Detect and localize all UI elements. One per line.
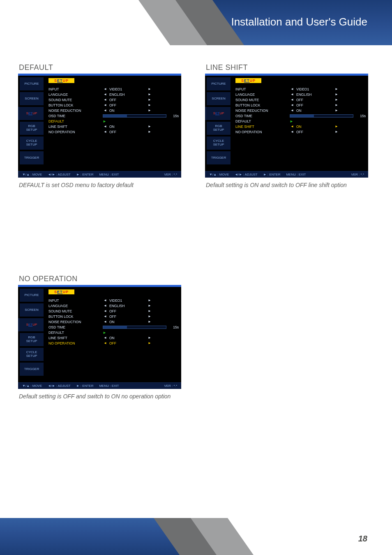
tab-trigger[interactable]: TRIGGER [20, 363, 44, 376]
section-noop: NO OPERATION PICTURESCREENSETUPRGBSETUPC… [18, 275, 187, 400]
tab-trigger[interactable]: TRIGGER [20, 151, 44, 164]
setup-pill: SETUP [48, 289, 74, 294]
page-footer: 18 [0, 518, 392, 555]
osd-tabs: PICTURESCREENSETUPRGBSETUPCYCLESETUPTRIG… [18, 76, 44, 171]
hint-menu: MENU : EXIT [99, 173, 119, 176]
osd-pane: SETUPINPUT◄VIDEO1►LANGUAGE◄ENGLISH►SOUND… [44, 76, 181, 171]
menu-item-input[interactable]: INPUT◄VIDEO1► [48, 298, 179, 303]
osd-footer: ▼/▲ : MOVE◄/► : ADJUST► : ENTERMENU : EX… [18, 171, 181, 178]
hint-menu: MENU : EXIT [99, 384, 119, 388]
osd-tabs: PICTURESCREENSETUPRGBSETUPCYCLESETUPTRIG… [18, 287, 44, 382]
menu-item-no_op[interactable]: NO OPERATION◄OFF► [235, 129, 366, 134]
hint-move: ▼/▲ : MOVE [22, 173, 42, 176]
menu-item-button_lock[interactable]: BUTTON LOCK◄OFF► [235, 102, 366, 108]
osd-footer: ▼/▲ : MOVE◄/► : ADJUST► : ENTERMENU : EX… [205, 171, 368, 178]
tab-picture[interactable]: PICTURE [207, 77, 231, 90]
menu-item-language[interactable]: LANGUAGE◄ENGLISH► [48, 303, 179, 308]
tab-cycle-setup[interactable]: CYCLESETUP [207, 136, 231, 150]
menu-item-sound_mute[interactable]: SOUND MUTE◄OFF► [235, 97, 366, 102]
osd-time-slider[interactable] [290, 114, 353, 118]
menu-item-line_shift[interactable]: LINE SHIFT◄ON► [48, 124, 179, 129]
menu-item-input[interactable]: INPUT◄VIDEO1► [235, 86, 366, 92]
tab-picture[interactable]: PICTURE [20, 289, 44, 302]
menu-item-language[interactable]: LANGUAGE◄ENGLISH► [48, 92, 179, 97]
menu-item-line_shift[interactable]: LINE SHIFT◄ON► [48, 335, 179, 340]
hint-ver: VER : *.* [351, 173, 364, 176]
menu-item-default[interactable]: DEFAULT► [48, 330, 179, 335]
section-caption: Default setting is OFF and switch to ON … [19, 393, 187, 400]
osd-screenshot-lineshift: PICTURESCREENSETUPRGBSETUPCYCLESETUPTRIG… [205, 74, 368, 178]
content-grid: DEFAULT PICTURESCREENSETUPRGBSETUPCYCLES… [0, 45, 392, 416]
page-header: Installation and User's Guide [0, 0, 392, 45]
menu-item-no_op[interactable]: NO OPERATION◄OFF► [48, 129, 179, 134]
header-title: Installation and User's Guide [231, 16, 367, 28]
osd-screenshot-noop: PICTURESCREENSETUPRGBSETUPCYCLESETUPTRIG… [18, 285, 181, 389]
tab-rgb-setup[interactable]: RGBSETUP [20, 122, 44, 135]
setup-pill: SETUP [235, 78, 261, 83]
hint-adjust: ◄/► : ADJUST [48, 173, 70, 176]
tab-cycle-setup[interactable]: CYCLESETUP [20, 136, 44, 150]
hint-ver: VER : *.* [164, 173, 177, 176]
menu-item-no_op[interactable]: NO OPERATION◄OFF► [48, 340, 179, 346]
hint-enter: ► : ENTER [263, 173, 281, 176]
section-caption: DEFAULT is set OSD menu to factory defau… [19, 182, 187, 188]
osd-screenshot-default: PICTURESCREENSETUPRGBSETUPCYCLESETUPTRIG… [18, 74, 181, 178]
osd-footer: ▼/▲ : MOVE◄/► : ADJUST► : ENTERMENU : EX… [18, 382, 181, 389]
tab-picture[interactable]: PICTURE [20, 77, 44, 90]
menu-item-osd_time[interactable]: OSD TIME15s [48, 324, 179, 330]
menu-item-default[interactable]: DEFAULT► [235, 118, 366, 124]
section-lineshift: LINE SHIFT PICTURESCREENSETUPRGBSETUPCYC… [205, 63, 374, 188]
section-caption: Default setting is ON and switch to OFF … [206, 182, 374, 188]
menu-item-noise[interactable]: NOISE REDUCTION◄ON► [48, 108, 179, 113]
section-default: DEFAULT PICTURESCREENSETUPRGBSETUPCYCLES… [18, 63, 187, 188]
osd-time-slider[interactable] [103, 326, 166, 329]
setup-pill: SETUP [48, 78, 74, 83]
menu-item-noise[interactable]: NOISE REDUCTION◄ON► [48, 319, 179, 324]
menu-item-osd_time[interactable]: OSD TIME15s [235, 113, 366, 118]
tab-setup[interactable]: SETUP [20, 107, 44, 120]
tab-rgb-setup[interactable]: RGBSETUP [20, 333, 44, 346]
hint-ver: VER : *.* [164, 384, 177, 388]
menu-item-osd_time[interactable]: OSD TIME15s [48, 113, 179, 118]
tab-setup[interactable]: SETUP [20, 318, 44, 331]
footer-bands [0, 518, 392, 555]
section-title: LINE SHIFT [206, 63, 374, 72]
osd-pane: SETUPINPUT◄VIDEO1►LANGUAGE◄ENGLISH►SOUND… [44, 287, 181, 382]
osd-time-slider[interactable] [103, 114, 166, 118]
section-title: NO OPERATION [19, 275, 187, 283]
hint-menu: MENU : EXIT [286, 173, 306, 176]
page-number: 18 [358, 534, 367, 543]
menu-item-sound_mute[interactable]: SOUND MUTE◄OFF► [48, 97, 179, 102]
tab-rgb-setup[interactable]: RGBSETUP [207, 122, 231, 135]
osd-pane: SETUPINPUT◄VIDEO1►LANGUAGE◄ENGLISH►SOUND… [231, 76, 368, 171]
tab-screen[interactable]: SCREEN [20, 303, 44, 317]
menu-item-button_lock[interactable]: BUTTON LOCK◄OFF► [48, 314, 179, 319]
hint-enter: ► : ENTER [76, 384, 94, 388]
menu-item-default[interactable]: DEFAULT► [48, 118, 179, 124]
menu-item-button_lock[interactable]: BUTTON LOCK◄OFF► [48, 102, 179, 108]
tab-trigger[interactable]: TRIGGER [207, 151, 231, 164]
hint-move: ▼/▲ : MOVE [22, 384, 42, 388]
menu-item-sound_mute[interactable]: SOUND MUTE◄OFF► [48, 308, 179, 314]
hint-enter: ► : ENTER [76, 173, 94, 176]
hint-adjust: ◄/► : ADJUST [235, 173, 257, 176]
tab-cycle-setup[interactable]: CYCLESETUP [20, 348, 44, 361]
tab-setup[interactable]: SETUP [207, 107, 231, 120]
menu-item-line_shift[interactable]: LINE SHIFT◄ON► [235, 124, 366, 129]
section-title: DEFAULT [19, 63, 187, 72]
menu-item-language[interactable]: LANGUAGE◄ENGLISH► [235, 92, 366, 97]
hint-move: ▼/▲ : MOVE [209, 173, 229, 176]
tab-screen[interactable]: SCREEN [207, 92, 231, 105]
tab-screen[interactable]: SCREEN [20, 92, 44, 105]
osd-tabs: PICTURESCREENSETUPRGBSETUPCYCLESETUPTRIG… [205, 76, 231, 171]
menu-item-input[interactable]: INPUT◄VIDEO1► [48, 86, 179, 92]
menu-item-noise[interactable]: NOISE REDUCTION◄ON► [235, 108, 366, 113]
hint-adjust: ◄/► : ADJUST [48, 384, 70, 388]
